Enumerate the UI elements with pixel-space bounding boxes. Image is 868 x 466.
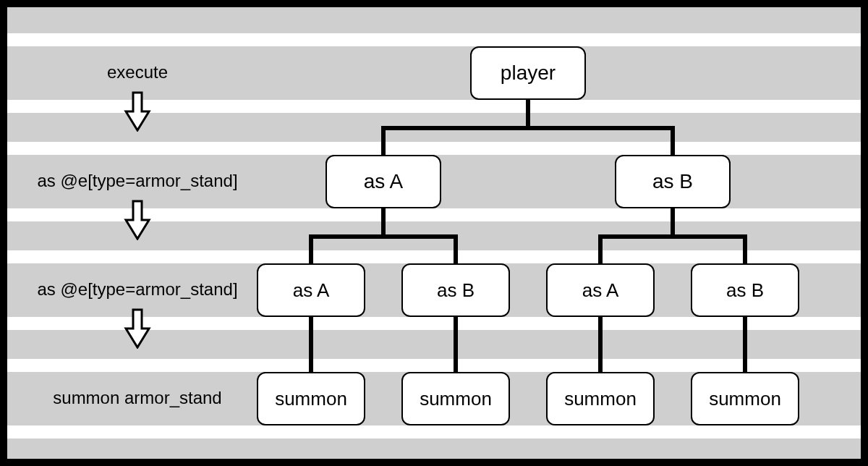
connector: [454, 317, 458, 372]
node-root: player: [470, 46, 586, 100]
node-l1-b: as B: [615, 155, 731, 208]
step-label-1: as @e[type=armor_stand]: [29, 171, 246, 191]
down-arrow-icon: [123, 91, 152, 132]
diagram-canvas: execute as @e[type=armor_stand] as @e[ty…: [0, 0, 868, 466]
node-l3-3: summon: [546, 372, 655, 425]
node-l3-2: summon: [401, 372, 510, 425]
connector: [598, 234, 747, 239]
band: [7, 439, 861, 459]
down-arrow-icon: [123, 200, 152, 240]
step-label-3: summon armor_stand: [29, 388, 246, 408]
connector: [598, 317, 603, 372]
connector: [743, 317, 747, 372]
node-l3-1: summon: [257, 372, 365, 425]
node-l2-bb: as B: [691, 263, 799, 317]
connector: [671, 126, 675, 155]
node-l2-ba: as A: [546, 263, 655, 317]
node-l3-4: summon: [691, 372, 799, 425]
connector: [381, 126, 386, 155]
down-arrow-icon: [123, 308, 152, 349]
connector: [309, 234, 313, 263]
connector: [309, 317, 313, 372]
connector: [309, 234, 458, 239]
node-l2-aa: as A: [257, 263, 365, 317]
step-label-2: as @e[type=armor_stand]: [29, 279, 246, 300]
connector: [381, 126, 675, 130]
connector: [743, 234, 747, 263]
node-l2-ab: as B: [401, 263, 510, 317]
step-label-0: execute: [29, 62, 246, 82]
connector: [598, 234, 603, 263]
connector: [454, 234, 458, 263]
band: [7, 7, 861, 33]
node-l1-a: as A: [326, 155, 441, 208]
